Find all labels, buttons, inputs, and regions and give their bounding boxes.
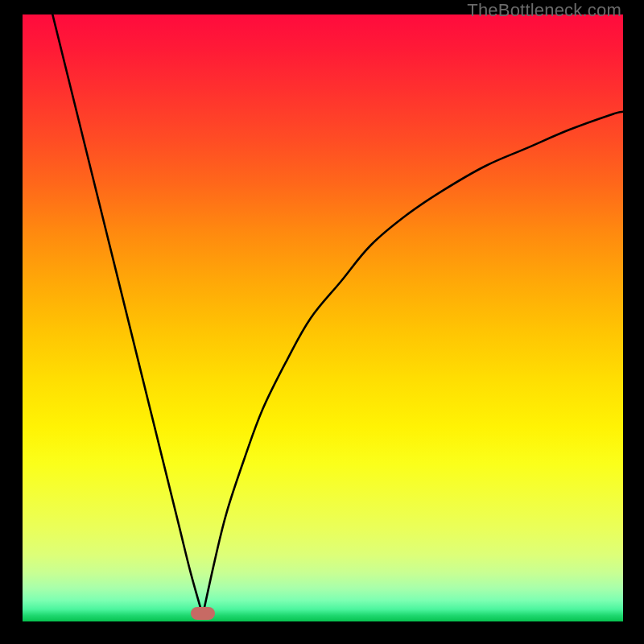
curve-svg xyxy=(23,14,623,621)
plot-area xyxy=(23,14,623,621)
minimum-marker xyxy=(191,607,215,620)
curve-left-branch xyxy=(52,14,203,615)
chart-container: TheBottleneck.com xyxy=(0,0,644,644)
watermark-text: TheBottleneck.com xyxy=(467,0,621,21)
curve-right-branch xyxy=(203,112,623,616)
